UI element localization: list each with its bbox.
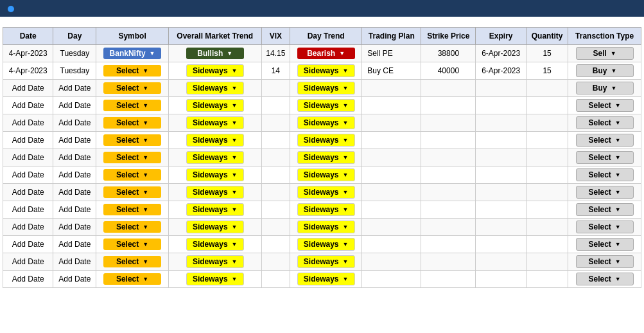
trading-journal-table: DateDaySymbolOverall Market TrendVIXDay … — [3, 27, 641, 288]
table-row: Add DateAdd DateSelect ▼Sideways ▼Sidewa… — [3, 149, 641, 166]
cell-date: Add Date — [3, 97, 53, 114]
cell-strike-price — [421, 114, 476, 132]
cell-trans-type: Select ▼ — [568, 219, 641, 236]
cell-strike-price — [421, 184, 476, 201]
cell-expiry — [476, 97, 526, 114]
cell-quantity — [526, 184, 568, 201]
cell-date: Add Date — [3, 271, 53, 288]
col-header-expiry: Expiry — [476, 28, 526, 45]
cell-date: Add Date — [3, 219, 53, 236]
cell-strike-price — [421, 80, 476, 97]
cell-vix — [261, 219, 290, 236]
cell-day-trend: Bearish ▼ — [290, 45, 361, 62]
cell-trans-type: Select ▼ — [568, 201, 641, 219]
cell-date: Add Date — [3, 166, 53, 184]
cell-trading-plan — [362, 114, 421, 132]
cell-quantity — [526, 114, 568, 132]
table-row: 4-Apr-2023TuesdayBankNifty ▼Bullish ▼14.… — [3, 45, 641, 62]
cell-market-trend: Sideways ▼ — [168, 219, 261, 236]
cell-day: Add Date — [53, 201, 96, 219]
cell-market-trend: Sideways ▼ — [168, 114, 261, 132]
col-header-trading-plan: Trading Plan — [362, 28, 421, 45]
cell-trans-type: Select ▼ — [568, 253, 641, 271]
cell-expiry — [476, 149, 526, 166]
col-header-symbol: Symbol — [96, 28, 168, 45]
table-row: Add DateAdd DateSelect ▼Sideways ▼Sidewa… — [3, 184, 641, 201]
cell-market-trend: Sideways ▼ — [168, 253, 261, 271]
cell-day: Tuesday — [53, 62, 96, 80]
cell-quantity — [526, 253, 568, 271]
table-row: Add DateAdd DateSelect ▼Sideways ▼Sidewa… — [3, 132, 641, 149]
col-header-day-trend: Day Trend — [290, 28, 361, 45]
cell-market-trend: Sideways ▼ — [168, 62, 261, 80]
cell-quantity — [526, 80, 568, 97]
cell-market-trend: Bullish ▼ — [168, 45, 261, 62]
cell-day-trend: Sideways ▼ — [290, 201, 361, 219]
cell-strike-price — [421, 219, 476, 236]
cell-quantity: 15 — [526, 45, 568, 62]
cell-symbol: Select ▼ — [96, 271, 168, 288]
cell-trans-type: Select ▼ — [568, 236, 641, 253]
table-wrapper: DateDaySymbolOverall Market TrendVIXDay … — [0, 27, 644, 288]
cell-vix — [261, 80, 290, 97]
col-header-vix: VIX — [261, 28, 290, 45]
cell-strike-price — [421, 149, 476, 166]
cell-trading-plan — [362, 149, 421, 166]
cell-day-trend: Sideways ▼ — [290, 166, 361, 184]
cell-market-trend: Sideways ▼ — [168, 80, 261, 97]
cell-trans-type: Buy ▼ — [568, 80, 641, 97]
cell-market-trend: Sideways ▼ — [168, 201, 261, 219]
cell-quantity — [526, 201, 568, 219]
cell-market-trend: Sideways ▼ — [168, 184, 261, 201]
cell-date: Add Date — [3, 114, 53, 132]
cell-strike-price: 38800 — [421, 45, 476, 62]
cell-symbol: Select ▼ — [96, 166, 168, 184]
table-row: Add DateAdd DateSelect ▼Sideways ▼Sidewa… — [3, 219, 641, 236]
cell-symbol: Select ▼ — [96, 184, 168, 201]
cell-trans-type: Select ▼ — [568, 114, 641, 132]
cell-trading-plan — [362, 184, 421, 201]
col-header-overall-market-trend: Overall Market Trend — [168, 28, 261, 45]
cell-day: Add Date — [53, 149, 96, 166]
cell-vix — [261, 166, 290, 184]
cell-vix — [261, 184, 290, 201]
cell-vix: 14 — [261, 62, 290, 80]
cell-expiry: 6-Apr-2023 — [476, 45, 526, 62]
cell-date: Add Date — [3, 149, 53, 166]
cell-symbol: Select ▼ — [96, 114, 168, 132]
cell-expiry — [476, 236, 526, 253]
cell-quantity — [526, 97, 568, 114]
cell-trading-plan: Buy CE — [362, 62, 421, 80]
cell-market-trend: Sideways ▼ — [168, 166, 261, 184]
cell-symbol: Select ▼ — [96, 253, 168, 271]
cell-quantity — [526, 219, 568, 236]
cell-day: Add Date — [53, 219, 96, 236]
cell-date: Add Date — [3, 201, 53, 219]
table-row: Add DateAdd DateSelect ▼Sideways ▼Sidewa… — [3, 114, 641, 132]
cell-symbol: Select ▼ — [96, 219, 168, 236]
col-header-strike-price: Strike Price — [421, 28, 476, 45]
cell-expiry — [476, 80, 526, 97]
cell-trading-plan — [362, 97, 421, 114]
cell-symbol: Select ▼ — [96, 201, 168, 219]
cell-symbol: Select ▼ — [96, 80, 168, 97]
cell-quantity — [526, 166, 568, 184]
top-banner — [0, 0, 644, 17]
cell-day: Add Date — [53, 80, 96, 97]
cell-day: Add Date — [53, 184, 96, 201]
cell-date: Add Date — [3, 132, 53, 149]
cell-day-trend: Sideways ▼ — [290, 219, 361, 236]
cell-day-trend: Sideways ▼ — [290, 271, 361, 288]
cell-strike-price — [421, 201, 476, 219]
cell-expiry — [476, 166, 526, 184]
cell-trans-type: Select ▼ — [568, 97, 641, 114]
cell-trans-type: Select ▼ — [568, 166, 641, 184]
col-header-date: Date — [3, 28, 53, 45]
cell-trading-plan: Sell PE — [362, 45, 421, 62]
cell-day: Add Date — [53, 271, 96, 288]
table-row: Add DateAdd DateSelect ▼Sideways ▼Sidewa… — [3, 97, 641, 114]
cell-symbol: Select ▼ — [96, 236, 168, 253]
cell-expiry — [476, 253, 526, 271]
cell-symbol: Select ▼ — [96, 97, 168, 114]
cell-symbol: BankNifty ▼ — [96, 45, 168, 62]
